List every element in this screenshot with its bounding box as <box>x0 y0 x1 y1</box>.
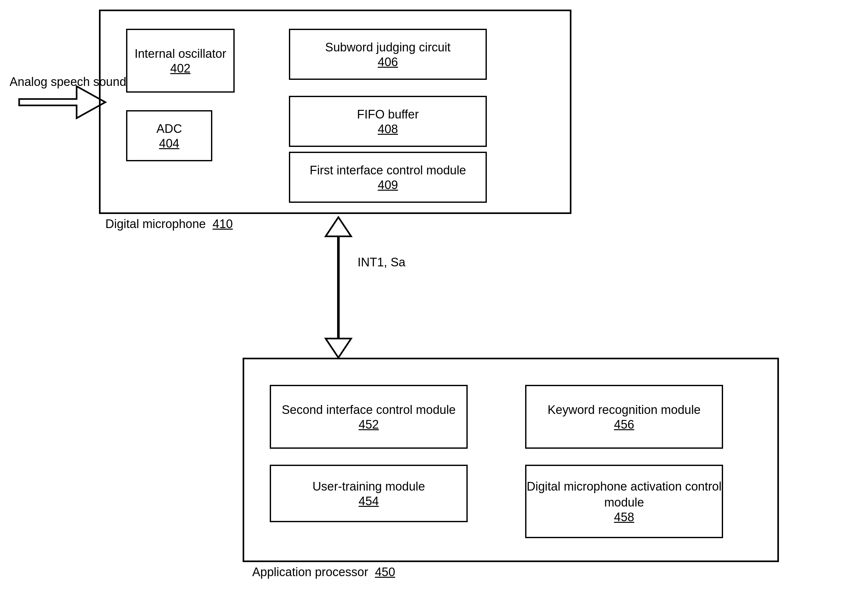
subword-judging-number: 406 <box>378 55 398 69</box>
internal-oscillator-box: Internal oscillator 402 <box>126 29 235 93</box>
application-processor-label: Application processor 450 <box>252 565 395 579</box>
diagram-container: Analog speech sound Internal oscillator … <box>0 0 868 595</box>
digital-mic-text: Digital microphone <box>105 217 206 231</box>
subword-judging-label: Subword judging circuit <box>325 40 451 55</box>
adc-number: 404 <box>159 137 179 150</box>
user-training-number: 454 <box>359 494 379 508</box>
application-processor-box: Second interface control module 452 User… <box>243 358 779 562</box>
internal-oscillator-label: Internal oscillator <box>134 46 226 62</box>
user-training-box: User-training module 454 <box>270 465 468 522</box>
second-interface-label: Second interface control module <box>282 402 456 418</box>
int1-sa-label: INT1, Sa <box>357 256 406 269</box>
digital-microphone-label: Digital microphone 410 <box>105 217 233 231</box>
internal-oscillator-number: 402 <box>170 62 190 75</box>
user-training-label: User-training module <box>313 479 425 494</box>
svg-marker-2 <box>326 217 351 236</box>
subword-judging-box: Subword judging circuit 406 <box>289 29 487 80</box>
app-processor-number: 450 <box>375 565 395 579</box>
keyword-recognition-number: 456 <box>614 418 634 431</box>
first-interface-box: First interface control module 409 <box>289 152 487 203</box>
app-processor-text: Application processor <box>252 565 368 579</box>
fifo-buffer-box: FIFO buffer 408 <box>289 96 487 147</box>
fifo-buffer-label: FIFO buffer <box>357 107 419 122</box>
dm-activation-number: 458 <box>614 511 634 524</box>
digital-microphone-box: Internal oscillator 402 ADC 404 Subword … <box>99 10 571 214</box>
second-interface-box: Second interface control module 452 <box>270 385 468 449</box>
first-interface-label: First interface control module <box>310 163 466 178</box>
adc-label: ADC <box>156 121 182 137</box>
first-interface-number: 409 <box>378 178 398 192</box>
dm-activation-box: Digital microphone activation control mo… <box>525 465 723 538</box>
svg-marker-0 <box>19 86 105 118</box>
adc-box: ADC 404 <box>126 110 212 161</box>
second-interface-number: 452 <box>359 418 379 431</box>
dm-activation-label: Digital microphone activation control mo… <box>526 479 722 511</box>
keyword-recognition-box: Keyword recognition module 456 <box>525 385 723 449</box>
digital-mic-number: 410 <box>213 217 233 231</box>
fifo-buffer-number: 408 <box>378 122 398 136</box>
svg-marker-3 <box>326 339 351 358</box>
keyword-recognition-label: Keyword recognition module <box>548 402 701 418</box>
